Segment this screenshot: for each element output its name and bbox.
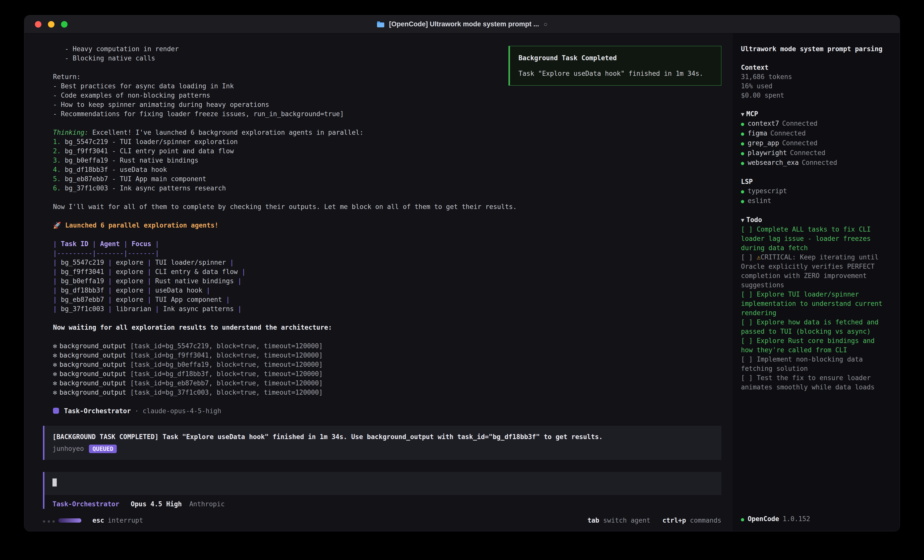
spinner-dots-icon: [43, 517, 57, 524]
agent-list-item: 2. bg_f9ff3041 - CLI entry point and dat…: [53, 147, 722, 156]
terminal-window: [OpenCode] Ultrawork mode system prompt …: [24, 15, 900, 532]
lsp-server-item: ●typescript: [741, 186, 890, 196]
table-row: | bg_b0effa19 | explore | Rust native bi…: [53, 277, 722, 286]
task-table: | Task ID | Agent | Focus | |---------|-…: [43, 240, 722, 314]
mcp-server-item: ●figmaConnected: [741, 129, 890, 138]
status-dot-icon: ●: [741, 121, 744, 127]
text-cursor-block: [52, 478, 57, 487]
minimize-window-button[interactable]: [48, 21, 54, 28]
table-row: | bg_df18bb3f | explore | useData hook |: [53, 286, 722, 295]
agent-list-item: 1. bg_5547c219 - TUI loader/spinner expl…: [53, 137, 722, 147]
tool-call-line: ✻background_output [task_id=bg_37f1c003,…: [53, 388, 722, 397]
launch-banner-text: Launched 6 parallel exploration agents!: [65, 222, 218, 229]
status-dot-icon: ●: [741, 160, 744, 166]
status-dot-icon: ●: [741, 517, 744, 523]
wait-message: Now I'll wait for all of them to complet…: [43, 202, 722, 211]
app-name: OpenCode: [748, 515, 779, 523]
todo-item: [ ] Test the fix to ensure loader animat…: [741, 373, 890, 392]
status-dot-icon: ●: [741, 189, 744, 195]
active-agent-label: Task-Orchestrator: [52, 500, 119, 508]
sidebar: Ultrawork mode system prompt parsing Con…: [733, 33, 900, 531]
active-model-label: Opus 4.5 High: [131, 500, 182, 508]
waiting-message: Now waiting for all exploration results …: [43, 323, 722, 332]
rocket-icon: 🚀: [53, 222, 61, 229]
result-line: - How to keep spinner animating during h…: [53, 100, 722, 109]
result-line: - Recommendations for fixing loader free…: [53, 109, 722, 119]
terminal-main-pane: Background Task Completed Task "Explore …: [24, 33, 733, 531]
collapse-triangle-icon: ▼: [741, 217, 744, 223]
todo-section-header[interactable]: ▼Todo: [741, 215, 890, 225]
context-section: Context 31,686 tokens16% used$0.00 spent: [741, 63, 890, 100]
prompt-footer: Task-Orchestrator Opus 4.5 High Anthropi…: [45, 495, 722, 509]
lsp-section: LSP ●typescript●eslint: [741, 177, 890, 206]
tool-call-line: ✻background_output [task_id=bg_b0effa19,…: [53, 360, 722, 369]
todo-item: [ ] Complete ALL tasks to fix CLI loader…: [741, 225, 890, 253]
traffic-lights: [35, 21, 68, 28]
agent-list-item: 6. bg_37f1c003 - Ink async patterns rese…: [53, 184, 722, 193]
lsp-heading: LSP: [741, 177, 890, 186]
mcp-server-item: ●playwrightConnected: [741, 148, 890, 158]
gear-icon: ✻: [53, 361, 57, 368]
zoom-window-button[interactable]: [61, 21, 68, 28]
queued-badge: QUEUED: [89, 445, 117, 453]
status-dot-icon: ●: [741, 131, 744, 137]
tool-call-list: ✻background_output [task_id=bg_5547c219,…: [43, 341, 722, 397]
mcp-section-header[interactable]: ▼MCP: [741, 109, 890, 119]
thinking-label: Thinking:: [53, 129, 88, 136]
status-dot-icon: ●: [741, 198, 744, 204]
todo-item: [ ] Explore TUI loader/spinner implement…: [741, 290, 890, 317]
status-bar: esc interrupt tab switch agentctrl+p com…: [43, 517, 722, 524]
gear-icon: ✻: [53, 352, 57, 359]
app-version: 1.0.152: [783, 515, 810, 523]
todo-item: [ ] Explore how data is fetched and pass…: [741, 317, 890, 336]
tool-call-line: ✻background_output [task_id=bg_f9ff3041,…: [53, 351, 722, 360]
app-version-footer: ●OpenCode1.0.152: [741, 514, 890, 524]
progress-bar: [58, 518, 81, 523]
gear-icon: ✻: [53, 370, 57, 377]
table-row: | bg_5547c219 | explore | TUI loader/spi…: [53, 258, 722, 267]
collapse-triangle-icon: ▼: [741, 111, 744, 117]
gear-icon: ✻: [53, 342, 57, 350]
prompt-panel: Task-Orchestrator Opus 4.5 High Anthropi…: [43, 472, 722, 509]
lsp-server-item: ●eslint: [741, 196, 890, 206]
agent-list-item: 3. bg_b0effa19 - Rust native bindings: [53, 156, 722, 165]
keyboard-hints: tab switch agentctrl+p commands: [576, 517, 722, 524]
orchestrator-model: claude-opus-4-5-high: [142, 407, 221, 415]
agent-list-item: 4. bg_df18bb3f - useData hook: [53, 165, 722, 174]
context-heading: Context: [741, 63, 890, 72]
todo-section: ▼Todo [ ] Complete ALL tasks to fix CLI …: [741, 215, 890, 392]
context-stat: $0.00 spent: [741, 91, 890, 100]
window-title: [OpenCode] Ultrawork mode system prompt …: [389, 20, 539, 28]
queued-user: junhoyeo: [52, 444, 84, 454]
background-task-toast[interactable]: Background Task Completed Task "Explore …: [508, 46, 722, 85]
close-window-button[interactable]: [35, 21, 41, 28]
background-task-completed-message: [BACKGROUND TASK COMPLETED] Task "Explor…: [43, 426, 722, 460]
gear-icon: ✻: [53, 379, 57, 387]
result-line: - Code examples of non-blocking patterns: [53, 91, 722, 100]
orchestrator-status-line: Task-Orchestrator · claude-opus-4-5-high: [43, 406, 722, 416]
table-row: | bg_f9ff3041 | explore | CLI entry & da…: [53, 267, 722, 277]
agent-launch-list: 1. bg_5547c219 - TUI loader/spinner expl…: [43, 137, 722, 193]
table-header-row: | Task ID | Agent | Focus |: [53, 240, 722, 249]
esc-key-label: interrupt: [108, 517, 143, 524]
table-row: | bg_37f1c003 | librarian | Ink async pa…: [53, 304, 722, 314]
context-stat: 16% used: [741, 82, 890, 91]
session-title: Ultrawork mode system prompt parsing: [741, 44, 890, 54]
orchestrator-name: Task-Orchestrator: [64, 407, 131, 415]
terminal-scrollback[interactable]: - Heavy computation in render - Blocking…: [43, 44, 722, 509]
thinking-line: Thinking: Excellent! I've launched 6 bac…: [43, 128, 722, 137]
status-dot-icon: ●: [741, 141, 744, 147]
mcp-section: ▼MCP ●context7Connected●figmaConnected●g…: [741, 109, 890, 168]
window-titlebar[interactable]: [OpenCode] Ultrawork mode system prompt …: [24, 15, 900, 33]
tool-call-line: ✻background_output [task_id=bg_df18bb3f,…: [53, 369, 722, 379]
provider-label: Anthropic: [189, 500, 225, 508]
task-completed-text: [BACKGROUND TASK COMPLETED] Task "Explor…: [52, 432, 713, 442]
context-stat: 31,686 tokens: [741, 72, 890, 82]
todo-item: [ ] Implement non-blocking data fetching…: [741, 355, 890, 373]
prompt-input[interactable]: [45, 472, 722, 495]
table-separator-row: |---------|-------|-------|: [53, 249, 722, 258]
agent-list-item: 5. bg_eb87ebb7 - TUI App main component: [53, 174, 722, 184]
warning-icon: ⚠: [757, 253, 761, 261]
keyboard-hint: ctrl+p commands: [662, 517, 722, 524]
toast-title: Background Task Completed: [519, 54, 712, 62]
